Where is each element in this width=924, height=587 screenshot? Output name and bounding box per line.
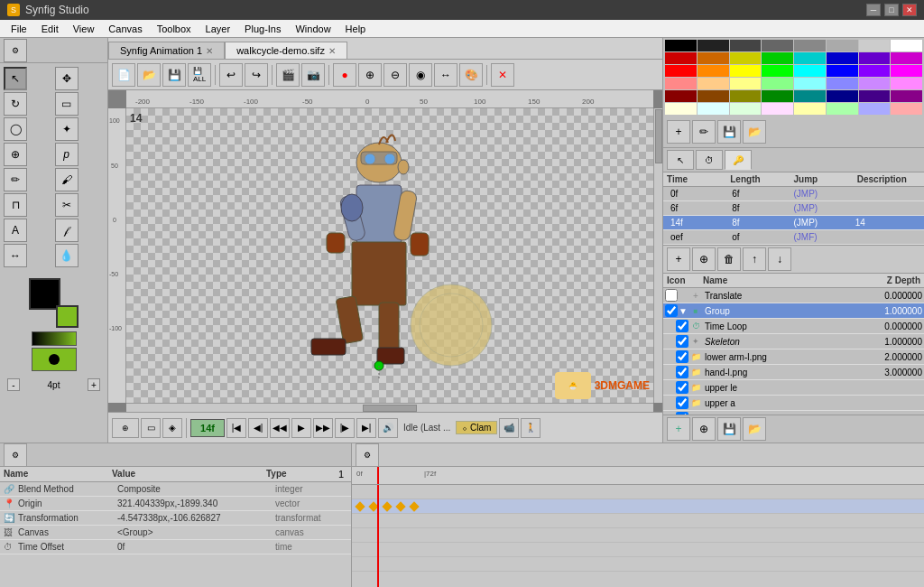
layer-upper-a[interactable]: 📁 upper a (663, 396, 924, 411)
menu-view[interactable]: View (66, 22, 102, 36)
palette-cell[interactable] (794, 65, 826, 77)
layer-translate-check[interactable] (665, 289, 678, 302)
tool-rotate[interactable]: ↻ (4, 92, 27, 116)
palette-cell[interactable] (794, 103, 826, 115)
palette-cell[interactable] (730, 65, 762, 77)
palette-cell[interactable] (794, 90, 826, 102)
layer-up-btn[interactable]: ↑ (743, 247, 766, 271)
palette-cell[interactable] (665, 65, 697, 77)
palette-cell[interactable] (794, 78, 826, 89)
redo-btn[interactable]: ↪ (245, 63, 268, 87)
palette-cell[interactable] (859, 52, 891, 64)
palette-cell[interactable] (827, 103, 858, 115)
palette-cell[interactable] (698, 103, 729, 115)
color-mode-btn[interactable]: 🎨 (459, 63, 483, 87)
props-toolbar-btn[interactable]: ⚙ (4, 443, 27, 467)
waypoint-diamond-4[interactable] (409, 501, 419, 511)
tool-star[interactable]: ✦ (55, 117, 79, 141)
tool-feather[interactable]: 𝒻 (55, 219, 79, 242)
undo-btn[interactable]: ↩ (219, 63, 243, 87)
tool-fill[interactable]: ⊓ (4, 193, 27, 217)
palette-cell[interactable] (762, 40, 793, 51)
layer-anim-dup-btn[interactable]: ⊕ (692, 417, 716, 441)
menu-canvas[interactable]: Canvas (101, 22, 149, 36)
zoom-in-btn[interactable]: ⊕ (358, 63, 382, 87)
tool-cut[interactable]: ✂ (55, 193, 79, 217)
palette-cell[interactable] (698, 40, 729, 51)
scrollbar-v-thumb[interactable] (655, 109, 662, 163)
palette-cell[interactable] (859, 65, 891, 77)
prev-keyframe-btn[interactable]: ◀| (248, 418, 268, 438)
palette-cell[interactable] (827, 40, 858, 51)
close-button[interactable]: ✕ (902, 4, 917, 16)
background-color[interactable] (56, 305, 79, 328)
palette-cell[interactable] (891, 78, 922, 89)
layer-group-check[interactable] (665, 304, 678, 317)
palette-cell[interactable] (698, 90, 729, 102)
menu-layer[interactable]: Layer (199, 22, 238, 36)
layer-group-expand[interactable]: ▼ (678, 306, 688, 316)
prop-blend-method[interactable]: 🔗 Blend Method Composite integer (0, 482, 351, 497)
wt-jump-3[interactable]: (JMF) (794, 232, 855, 242)
waypoint-row-3[interactable]: oef of (JMF) (663, 230, 924, 245)
tool-path[interactable]: p (55, 143, 79, 166)
layer-down-btn[interactable]: ↓ (768, 247, 791, 271)
menu-window[interactable]: Window (288, 22, 337, 36)
record-btn[interactable]: ● (333, 63, 356, 87)
waypoint-tab-pointer[interactable]: ↖ (667, 150, 694, 170)
tool-rectangle[interactable]: ▭ (55, 92, 79, 116)
layer-anim-load-btn[interactable]: 📂 (743, 417, 766, 441)
layer-anim-save-btn[interactable]: 💾 (717, 417, 741, 441)
size-decrease[interactable]: - (7, 378, 20, 391)
tab-walkcycle-close[interactable]: ✕ (328, 46, 336, 56)
waypoint-diamond-3[interactable] (395, 501, 405, 511)
canvas-content[interactable]: 14 (126, 108, 653, 403)
palette-cell[interactable] (762, 90, 793, 102)
aspect-btn[interactable]: ▭ (141, 418, 161, 438)
palette-cell[interactable] (859, 103, 891, 115)
menu-toolbox[interactable]: Toolbox (150, 22, 199, 36)
palette-cell[interactable] (730, 52, 762, 64)
quality-btn[interactable]: ◈ (162, 418, 182, 438)
layer-timeloop-check[interactable] (676, 320, 688, 332)
zoom-center-btn[interactable]: ↔ (434, 63, 457, 87)
palette-cell[interactable] (827, 52, 858, 64)
layer-skeleton[interactable]: ✦ Skeleton 1.000000 (663, 334, 924, 349)
goto-end-btn[interactable]: ▶| (356, 418, 376, 438)
palette-add-btn[interactable]: + (667, 120, 690, 144)
waypoint-row-0[interactable]: 0f 6f (JMP) (663, 187, 924, 201)
palette-cell[interactable] (762, 103, 793, 115)
palette-cell[interactable] (665, 90, 697, 102)
palette-cell[interactable] (698, 78, 729, 89)
palette-cell[interactable] (859, 90, 891, 102)
zoom-display-btn[interactable]: ⊕ (112, 418, 139, 438)
tool-zoom[interactable]: ⊕ (4, 143, 27, 166)
palette-cell[interactable] (730, 78, 762, 89)
canvas-scrollbar-v[interactable] (653, 108, 662, 403)
layer-group[interactable]: ▼ ■ Group 1.000000 (663, 303, 924, 319)
goto-start-btn[interactable]: |◀ (226, 418, 246, 438)
palette-cell[interactable] (665, 103, 697, 115)
layer-dup-btn[interactable]: ⊕ (692, 247, 716, 271)
palette-cell[interactable] (698, 65, 729, 77)
waypoint-row-1[interactable]: 6f 8f (JMP) (663, 201, 924, 216)
current-frame-input[interactable] (190, 419, 225, 437)
scrollbar-h-thumb[interactable] (363, 405, 417, 412)
preview-btn[interactable]: 📷 (301, 63, 325, 87)
canvas-scrollbar-h[interactable] (126, 403, 653, 412)
tool-transform[interactable]: ✥ (55, 67, 79, 90)
person-btn[interactable]: 🚶 (521, 418, 541, 438)
tab-walkcycle[interactable]: walkcycle-demo.sifz ✕ (225, 42, 347, 59)
palette-load-btn[interactable]: 📂 (743, 120, 766, 144)
palette-cell[interactable] (762, 52, 793, 64)
waypoint-tab-keyframe[interactable]: 🔑 (725, 150, 752, 170)
save-btn[interactable]: 💾 (162, 63, 186, 87)
prop-time-offset[interactable]: ⏱ Time Offset 0f time (0, 540, 351, 554)
layer-skeleton-check[interactable] (676, 335, 688, 348)
palette-cell[interactable] (762, 65, 793, 77)
palette-cell[interactable] (665, 52, 697, 64)
timeline-content[interactable] (352, 485, 924, 587)
tool-text[interactable]: A (4, 219, 27, 242)
layer-upper-a-check[interactable] (676, 396, 688, 409)
wt-jump-0[interactable]: (JMP) (794, 189, 855, 199)
